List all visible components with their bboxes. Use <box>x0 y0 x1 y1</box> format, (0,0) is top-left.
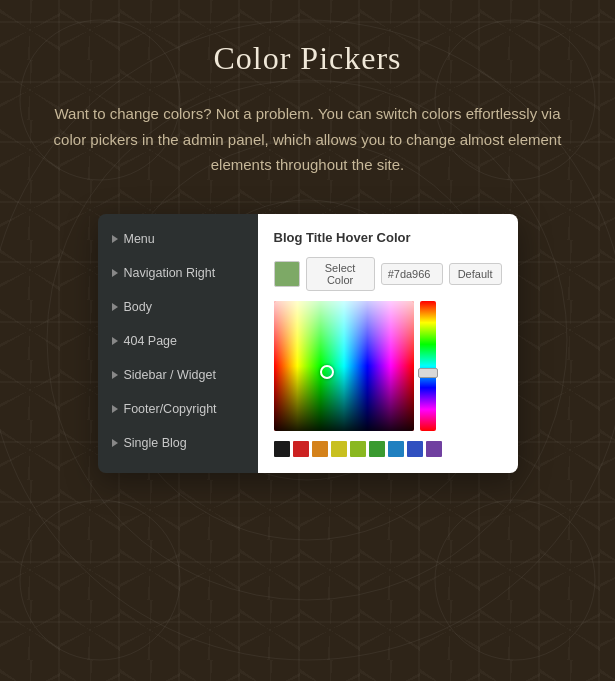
arrow-icon-sidebar-widget <box>112 371 118 379</box>
sidebar-label-sidebar-widget: Sidebar / Widget <box>124 368 216 382</box>
sidebar-label-404: 404 Page <box>124 334 178 348</box>
sidebar-label-navigation-right: Navigation Right <box>124 266 216 280</box>
sidebar-label-menu: Menu <box>124 232 155 246</box>
select-color-button[interactable]: Select Color <box>306 257 375 291</box>
arrow-icon-single-blog <box>112 439 118 447</box>
hue-bar[interactable] <box>420 301 436 431</box>
color-panel: Blog Title Hover Color Select Color Defa… <box>258 214 518 473</box>
swatch-purple[interactable] <box>426 441 442 457</box>
arrow-icon-body <box>112 303 118 311</box>
arrow-icon-navigation-right <box>112 269 118 277</box>
sidebar-item-single-blog[interactable]: Single Blog <box>98 426 258 460</box>
sidebar-item-footer-copyright[interactable]: Footer/Copyright <box>98 392 258 426</box>
sidebar-item-navigation-right[interactable]: Navigation Right <box>98 256 258 290</box>
sidebar-label-single-blog: Single Blog <box>124 436 187 450</box>
swatches-row <box>274 441 502 457</box>
swatch-orange[interactable] <box>312 441 328 457</box>
color-panel-title: Blog Title Hover Color <box>274 230 502 245</box>
sidebar-label-footer-copyright: Footer/Copyright <box>124 402 217 416</box>
arrow-icon-menu <box>112 235 118 243</box>
swatch-red[interactable] <box>293 441 309 457</box>
svg-point-7 <box>20 500 180 660</box>
sidebar: Menu Navigation Right Body 404 Page Side… <box>98 214 258 473</box>
swatch-green[interactable] <box>369 441 385 457</box>
swatch-black[interactable] <box>274 441 290 457</box>
arrow-icon-footer-copyright <box>112 405 118 413</box>
ui-panel: Menu Navigation Right Body 404 Page Side… <box>98 214 518 473</box>
page-description: Want to change colors? Not a problem. Yo… <box>48 101 568 178</box>
swatch-yellow[interactable] <box>331 441 347 457</box>
sidebar-item-body[interactable]: Body <box>98 290 258 324</box>
svg-point-8 <box>435 500 595 660</box>
hex-input[interactable] <box>381 263 443 285</box>
default-button[interactable]: Default <box>449 263 502 285</box>
color-controls: Select Color Default <box>274 257 502 291</box>
picker-area <box>274 301 502 431</box>
color-swatch <box>274 261 300 287</box>
picker-circle <box>320 365 334 379</box>
gradient-canvas[interactable] <box>274 301 414 431</box>
sidebar-item-menu[interactable]: Menu <box>98 222 258 256</box>
sidebar-item-404[interactable]: 404 Page <box>98 324 258 358</box>
sidebar-label-body: Body <box>124 300 153 314</box>
sidebar-item-sidebar-widget[interactable]: Sidebar / Widget <box>98 358 258 392</box>
swatch-light-blue[interactable] <box>388 441 404 457</box>
arrow-icon-404 <box>112 337 118 345</box>
hue-handle <box>418 368 438 378</box>
swatch-blue[interactable] <box>407 441 423 457</box>
swatch-yellow-green[interactable] <box>350 441 366 457</box>
page-title: Color Pickers <box>213 40 401 77</box>
